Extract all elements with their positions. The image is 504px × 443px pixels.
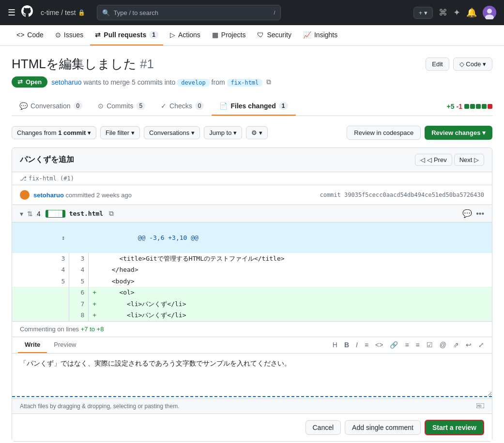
toolbar-code[interactable]: <> — [373, 340, 385, 350]
line-content-8: <li>パンくず</li> — [100, 310, 492, 321]
expand-hunk-icon[interactable]: ↕ — [61, 234, 65, 241]
repo-owner-link[interactable]: c-time — [41, 9, 59, 16]
settings-btn[interactable]: ⚙ ▾ — [246, 126, 268, 139]
user-avatar[interactable] — [483, 6, 496, 19]
new-button[interactable]: + ▾ — [413, 7, 433, 19]
editor-tabs: Write Preview H B I ≡ <> 🔗 ≡ ≡ ☑ @ — [12, 337, 492, 354]
toolbar-link[interactable]: 🔗 — [388, 340, 400, 350]
editor-footer: Attach files by dragging & dropping, sel… — [12, 399, 492, 413]
tab-conversation[interactable]: 💬 Conversation 0 — [12, 97, 90, 116]
more-options-icon[interactable]: ••• — [476, 209, 484, 218]
hamburger-icon[interactable]: ☰ — [8, 7, 15, 18]
diff-line-5: 5 5 <body> — [12, 276, 492, 287]
notifications-icon[interactable]: 🔔 — [466, 7, 477, 18]
commit-hash[interactable]: commit 39035f5cecc0aacd54db494ce51ed50ba… — [320, 192, 484, 198]
toolbar-quote[interactable]: ≡ — [363, 340, 370, 350]
editor-toolbar: H B I ≡ <> 🔗 ≡ ≡ ☑ @ ⇗ ↩ ⤢ — [331, 338, 486, 352]
committer-link[interactable]: setoharuo — [33, 192, 64, 199]
toolbar-ref[interactable]: ⇗ — [451, 340, 461, 350]
write-tab[interactable]: Write — [18, 337, 47, 353]
tab-files-changed[interactable]: 📄 Files changed 1 — [212, 97, 295, 116]
github-logo[interactable] — [21, 5, 33, 20]
expand-icon[interactable]: ⇅ — [27, 210, 33, 218]
base-branch-tag[interactable]: develop — [177, 79, 210, 87]
head-branch-tag[interactable]: fix-html — [227, 79, 263, 87]
review-changes-btn[interactable]: Review changes ▾ — [425, 126, 492, 140]
code-button[interactable]: ◇ Code ▾ — [453, 58, 492, 71]
markdown-icon: MD — [476, 403, 484, 410]
repo-subnav: <> Code ⊙ Issues ⇄ Pull requests 1 ▷ Act… — [0, 25, 504, 46]
hunk-expand-left[interactable]: ↕ — [12, 222, 69, 253]
toolbar-italic[interactable]: I — [354, 340, 360, 350]
edit-button[interactable]: Edit — [426, 58, 449, 71]
line-old-6 — [12, 287, 69, 298]
comment-actions: Cancel Add single comment Start a review — [12, 413, 492, 441]
comment-editor: Write Preview H B I ≡ <> 🔗 ≡ ≡ ☑ @ — [12, 337, 492, 413]
search-icon: 🔍 — [102, 9, 110, 16]
toolbar-bold[interactable]: B — [342, 340, 351, 350]
diff-table: ↕ @@ -3,6 +3,10 @@ 3 3 <title>Gitで管理するHT… — [12, 222, 492, 321]
review-codespace-btn[interactable]: Review in codespace — [347, 126, 421, 140]
svg-text:MD: MD — [477, 404, 481, 408]
file-collapse-btn[interactable]: ▾ — [20, 210, 23, 218]
preview-tab[interactable]: Preview — [47, 337, 83, 353]
repo-lock-icon: 🔒 — [78, 9, 85, 16]
add-single-comment-button[interactable]: Add single comment — [345, 420, 421, 435]
tab-commits[interactable]: ⊙ Commits 5 — [90, 97, 153, 116]
line-sign-7: + — [89, 298, 100, 310]
top-nav-actions: + ▾ ⌘ ✦ 🔔 — [413, 6, 496, 19]
committer-avatar — [20, 190, 30, 200]
subnav-issues[interactable]: ⊙ Issues — [50, 25, 88, 45]
line-new-7: 7 — [69, 298, 89, 310]
pr-open-icon: ⇄ — [17, 78, 23, 86]
conversations-btn[interactable]: Conversations ▾ — [144, 126, 200, 139]
toolbar-unordered-list[interactable]: ≡ — [403, 340, 411, 350]
copy-branch-icon[interactable]: ⧉ — [266, 78, 271, 86]
subnav-insights[interactable]: 📈 Insights — [298, 25, 342, 45]
copilot-icon[interactable]: ✦ — [453, 7, 460, 18]
pr-author-link[interactable]: setoharuo — [51, 78, 81, 86]
comment-textarea[interactable] — [12, 354, 492, 397]
line-sign-6: + — [89, 287, 100, 298]
toolbar-ordered-list[interactable]: ≡ — [414, 340, 422, 350]
diff-line-3: 3 3 <title>Gitで管理するHTMLのテストファイル</title> — [12, 253, 492, 265]
editor-tab-group: Write Preview — [18, 337, 83, 353]
inline-comment-wrapper: Commenting on lines +7 to +8 Write Previ… — [12, 321, 492, 441]
line-new-5: 5 — [69, 276, 89, 287]
line-new-6: 6 — [69, 287, 89, 298]
subnav-pullrequests[interactable]: ⇄ Pull requests 1 — [90, 25, 163, 45]
line-old-7 — [12, 298, 69, 310]
prev-file-btn[interactable]: ◁ ◁ Prev — [415, 154, 452, 166]
branch-info-row: ⎇ fix-html (#1) — [12, 172, 492, 185]
subnav-actions[interactable]: ▷ Actions — [165, 25, 205, 45]
tab-checks[interactable]: ✓ Checks 0 — [153, 97, 212, 116]
copy-file-icon[interactable]: ⧉ — [109, 209, 114, 218]
comment-file-icon[interactable]: 💬 — [462, 209, 472, 218]
files-badge: 1 — [279, 102, 288, 110]
diff-line-7: 7 + <li>パンくず</li> — [12, 298, 492, 310]
file-name[interactable]: test.html — [69, 210, 103, 217]
repo-name-link[interactable]: test — [65, 9, 76, 16]
toolbar-undo[interactable]: ↩ — [464, 340, 473, 350]
subnav-security[interactable]: 🛡 Security — [252, 25, 296, 45]
cancel-button[interactable]: Cancel — [305, 420, 341, 435]
pr-title-actions: Edit ◇ Code ▾ — [426, 58, 492, 71]
subnav-code[interactable]: <> Code — [12, 25, 48, 45]
toolbar-tasklist[interactable]: ☑ — [425, 340, 435, 350]
toolbar-heading[interactable]: H — [331, 340, 339, 350]
jump-to-btn[interactable]: Jump to ▾ — [204, 126, 242, 139]
start-review-button[interactable]: Start a review — [425, 420, 484, 435]
attach-files-text: Attach files by dragging & dropping, sel… — [20, 403, 180, 410]
changes-from-filter[interactable]: Changes from 1 commit ▾ — [12, 126, 96, 139]
subnav-projects[interactable]: ▦ Projects — [207, 25, 251, 45]
pr-badge: 1 — [149, 31, 158, 39]
line-content-7: <li>パンくず</li> — [100, 298, 492, 310]
diff-line-4: 4 4 </head> — [12, 264, 492, 276]
file-filter-btn[interactable]: File filter ▾ — [100, 126, 140, 139]
terminal-icon[interactable]: ⌘ — [439, 7, 447, 18]
next-file-btn[interactable]: Next ▷ — [454, 154, 484, 166]
toolbar-fullscreen[interactable]: ⤢ — [476, 340, 486, 350]
search-bar[interactable]: 🔍 Type / to search / — [97, 5, 281, 20]
toolbar-mention[interactable]: @ — [438, 340, 448, 350]
file-filter-label: File filter — [106, 129, 129, 136]
